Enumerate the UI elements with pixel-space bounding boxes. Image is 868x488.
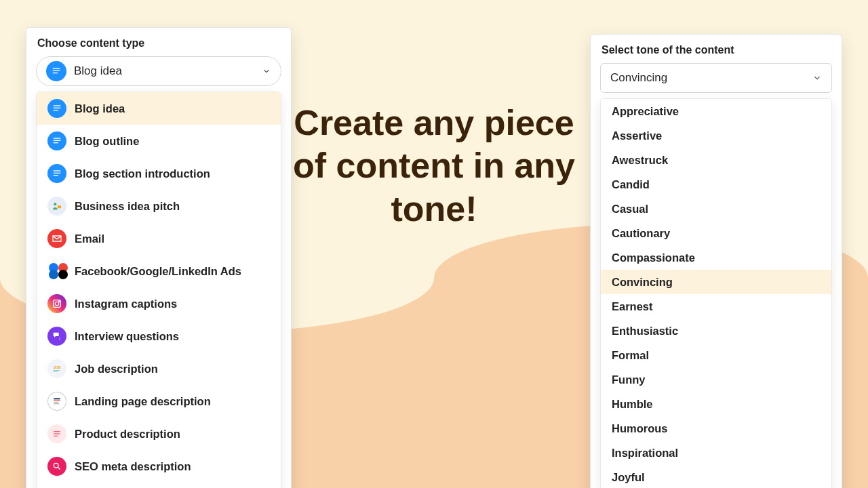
svg-rect-23 [54, 401, 60, 401]
content-type-option[interactable]: JOBJob description [37, 352, 281, 385]
tone-option[interactable]: Assertive [601, 123, 831, 148]
content-type-option[interactable]: Blog outline [37, 125, 281, 157]
tone-option[interactable]: Compassionate [601, 245, 831, 270]
svg-rect-11 [54, 175, 58, 176]
tone-option-label: Formal [612, 349, 649, 362]
tone-option-label: Assertive [612, 129, 662, 142]
svg-rect-22 [54, 398, 60, 399]
tone-option[interactable]: Funny [601, 367, 831, 392]
svg-rect-0 [53, 68, 60, 68]
svg-rect-8 [54, 142, 58, 143]
tone-option-label: Humorous [612, 422, 668, 435]
tone-option[interactable]: Humorous [601, 416, 831, 441]
svg-rect-4 [54, 108, 61, 108]
content-type-option-label: Product description [75, 428, 180, 441]
svg-line-30 [58, 467, 60, 469]
tone-option-label: Joyful [612, 471, 645, 484]
svg-point-18 [59, 339, 60, 340]
content-type-select[interactable]: Blog idea [36, 56, 281, 86]
blog-icon [46, 61, 66, 81]
content-type-option[interactable]: Facebook/Google/LinkedIn Ads [37, 255, 281, 287]
tone-option[interactable]: Inspirational [601, 441, 831, 465]
content-type-option[interactable]: Blog section introduction [37, 157, 281, 190]
instagram-icon [47, 294, 66, 313]
landing-page-icon [47, 392, 66, 411]
svg-rect-13 [58, 205, 61, 208]
svg-rect-24 [54, 402, 58, 403]
tone-option-label: Earnest [612, 300, 653, 313]
tone-select[interactable]: Convincing [600, 63, 832, 93]
product-icon [47, 424, 66, 443]
content-type-option-label: Blog section introduction [75, 167, 210, 180]
ads-platforms-icon [47, 262, 66, 281]
svg-rect-5 [54, 110, 58, 110]
content-type-option-label: Email [75, 232, 104, 245]
content-type-option[interactable]: SEO meta description [37, 450, 281, 483]
content-type-option[interactable]: Email [37, 222, 281, 255]
seo-icon [47, 457, 66, 476]
tone-option-label: Casual [612, 203, 648, 216]
content-type-option[interactable]: Interview questions [37, 320, 281, 352]
tone-option[interactable]: Enthusiastic [601, 319, 831, 343]
content-type-option[interactable]: Blog idea [37, 92, 281, 125]
blog-icon [47, 131, 66, 150]
content-type-option[interactable]: Business idea pitch [37, 190, 281, 222]
svg-rect-7 [54, 140, 61, 141]
tone-option[interactable]: Humble [601, 392, 831, 416]
business-icon [47, 197, 66, 216]
tone-option[interactable]: Awestruck [601, 148, 831, 172]
svg-rect-3 [54, 105, 61, 106]
tone-option-label: Awestruck [612, 154, 668, 167]
content-type-option[interactable]: Product description [37, 418, 281, 450]
svg-point-16 [59, 301, 60, 302]
tone-option[interactable]: Cautionary [601, 221, 831, 245]
content-type-option-label: Job description [75, 363, 158, 375]
svg-rect-25 [54, 403, 59, 404]
interview-icon [47, 327, 66, 346]
svg-text:JOB: JOB [54, 365, 61, 369]
blog-icon [47, 164, 66, 183]
tone-panel: Select tone of the content Convincing Ap… [590, 34, 842, 488]
tone-dropdown: AppreciativeAssertiveAwestruckCandidCasu… [600, 98, 832, 488]
tone-option[interactable]: Appreciative [601, 99, 831, 123]
tone-option-label: Enthusiastic [612, 325, 678, 338]
tone-option-label: Appreciative [612, 105, 679, 118]
content-type-dropdown: Blog ideaBlog outlineBlog section introd… [36, 92, 281, 488]
svg-rect-10 [54, 173, 61, 174]
content-type-panel: Choose content type Blog idea Blog ideaB… [26, 27, 292, 488]
job-icon: JOB [47, 359, 66, 378]
content-type-option[interactable]: Instagram captions [37, 287, 281, 320]
content-type-option-label: Landing page description [75, 395, 211, 408]
content-type-option[interactable]: Landing page description [37, 385, 281, 418]
svg-rect-1 [53, 70, 60, 71]
hero-headline: Create any piece of content in any tone! [288, 102, 580, 230]
email-icon [47, 229, 66, 248]
tone-option[interactable]: Formal [601, 343, 831, 367]
tone-option[interactable]: Earnest [601, 294, 831, 319]
tone-option[interactable]: Candid [601, 172, 831, 197]
tone-option-label: Humble [612, 398, 653, 411]
svg-point-29 [54, 463, 58, 468]
content-type-option-label: SEO meta description [75, 460, 191, 473]
svg-rect-21 [54, 371, 58, 372]
svg-rect-28 [54, 436, 58, 436]
blog-icon [47, 99, 66, 118]
tone-option[interactable]: Joyful [601, 465, 831, 488]
tone-label: Select tone of the content [601, 44, 832, 56]
content-type-label: Choose content type [37, 37, 281, 49]
content-type-option-label: Instagram captions [75, 298, 177, 310]
content-type-option-label: Interview questions [75, 330, 179, 343]
svg-rect-2 [53, 73, 58, 73]
tone-option[interactable]: Convincing [601, 270, 831, 294]
tone-option[interactable]: Casual [601, 197, 831, 221]
content-type-option-label: Blog idea [75, 102, 125, 115]
tone-option-label: Convincing [612, 276, 673, 289]
content-type-option-label: Business idea pitch [75, 200, 180, 213]
content-type-option-label: Facebook/Google/LinkedIn Ads [75, 265, 241, 278]
tone-option-label: Inspirational [612, 447, 678, 460]
tone-option-label: Cautionary [612, 227, 670, 240]
content-type-option-label: Blog outline [75, 135, 139, 148]
content-type-option[interactable]: SEO meta title [37, 483, 281, 488]
svg-point-12 [54, 203, 56, 205]
svg-point-17 [59, 338, 60, 338]
